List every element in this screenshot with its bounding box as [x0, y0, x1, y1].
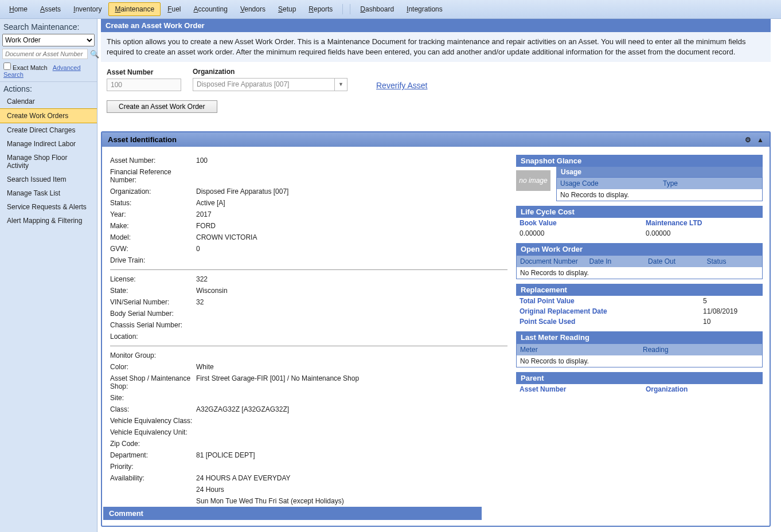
- action-manage-indirect-labor[interactable]: Manage Indirect Labor: [0, 137, 97, 151]
- search-type-select[interactable]: Work Order: [2, 34, 95, 46]
- reverify-asset-link[interactable]: Reverify Asset: [376, 81, 427, 90]
- field-row: Organization:Disposed Fire Apparatus [00…: [110, 186, 507, 197]
- field-row: Zip Code:: [110, 438, 507, 449]
- action-calendar[interactable]: Calendar: [0, 95, 97, 108]
- exact-match-label: Exact Match: [13, 64, 48, 71]
- field-row: Drive Train:: [110, 255, 507, 266]
- field-row: Asset Shop / Maintenance Shop:First Stre…: [110, 373, 507, 392]
- create-wo-description: This option allows you to create a new A…: [101, 32, 771, 62]
- exact-match-checkbox[interactable]: [3, 62, 11, 70]
- field-row: License:322: [110, 273, 507, 285]
- menu-accounting[interactable]: Accounting: [188, 3, 233, 15]
- field-row: Chassis Serial Number:: [110, 319, 507, 331]
- asset-details-right: Snapshot Glance no image Usage Usage Cod…: [516, 155, 763, 507]
- chevron-down-icon[interactable]: ▼: [334, 79, 347, 91]
- actions-title: Actions:: [0, 81, 97, 95]
- lifecycle-header: Life Cycle Cost: [516, 206, 763, 218]
- snapshot-glance-header: Snapshot Glance: [516, 155, 763, 167]
- menu-vendors[interactable]: Vendors: [235, 3, 271, 15]
- search-maintenance-title: Search Maintenance:: [0, 21, 97, 34]
- organization-combo[interactable]: Disposed Fire Apparatus [007] ▼: [193, 78, 347, 91]
- comment-header: Comment: [103, 507, 482, 520]
- field-row: Year:2017: [110, 209, 507, 220]
- field-row: State:Wisconsin: [110, 285, 507, 296]
- action-manage-task-list[interactable]: Manage Task List: [0, 186, 97, 200]
- action-manage-shop-floor-activity[interactable]: Manage Shop Floor Activity: [0, 151, 97, 173]
- no-image-placeholder: no image: [516, 170, 550, 191]
- menu-maintenance[interactable]: Maintenance: [108, 2, 161, 16]
- field-row: Class:A32GZAG32Z [A32GZAG32Z]: [110, 404, 507, 415]
- menu-dashboard[interactable]: Dashboard: [354, 3, 400, 15]
- field-row: 24 Hours: [110, 484, 507, 495]
- organization-label: Organization: [193, 68, 347, 76]
- meter-empty: No Records to display.: [517, 355, 762, 367]
- top-menubar: HomeAssetsInventoryMaintenanceFuelAccoun…: [0, 0, 781, 19]
- field-row: Color:White: [110, 361, 507, 373]
- field-row: Vehicle Equivalency Class:: [110, 415, 507, 427]
- doc-asset-input[interactable]: [2, 49, 88, 59]
- action-service-requests-alerts[interactable]: Service Requests & Alerts: [0, 200, 97, 214]
- field-row: Department:81 [POLICE DEPT]: [110, 449, 507, 461]
- replacement-header: Replacement: [516, 284, 763, 296]
- collapse-icon[interactable]: ▲: [757, 136, 764, 144]
- content-area: Create an Asset Work Order This option a…: [97, 19, 781, 532]
- asset-number-input[interactable]: [107, 79, 181, 91]
- asset-identification-section: Asset Identification ⚙ ▲ Asset Number:10…: [101, 131, 771, 527]
- action-alert-mapping-filtering[interactable]: Alert Mapping & Filtering: [0, 214, 97, 228]
- menu-fuel[interactable]: Fuel: [162, 3, 186, 15]
- menu-home[interactable]: Home: [3, 3, 33, 15]
- menu-reports[interactable]: Reports: [303, 3, 338, 15]
- gear-icon[interactable]: ⚙: [745, 136, 751, 144]
- menu-setup[interactable]: Setup: [272, 3, 302, 15]
- usage-header: Usage: [556, 167, 763, 177]
- sidebar: Search Maintenance: Work Order 🔍 Exact M…: [0, 19, 97, 532]
- field-row: VIN/Serial Number:32: [110, 296, 507, 308]
- organization-value: Disposed Fire Apparatus [007]: [197, 80, 289, 88]
- parent-header: Parent: [516, 372, 763, 384]
- action-create-direct-charges[interactable]: Create Direct Charges: [0, 123, 97, 137]
- field-row: Sun Mon Tue Wed Thu Fri Sat (except Holi…: [110, 495, 507, 507]
- asset-number-label: Asset Number: [107, 68, 181, 76]
- field-row: Status:Active [A]: [110, 197, 507, 209]
- action-create-work-orders[interactable]: Create Work Orders: [0, 108, 97, 123]
- field-row: Site:: [110, 392, 507, 404]
- create-asset-wo-button[interactable]: Create an Asset Work Order: [107, 100, 217, 113]
- create-wo-header: Create an Asset Work Order: [101, 19, 771, 32]
- menu-integrations[interactable]: Integrations: [401, 3, 448, 15]
- field-row: Priority:: [110, 461, 507, 472]
- field-row: Body Serial Number:: [110, 308, 507, 319]
- field-row: Model:CROWN VICTORIA: [110, 232, 507, 243]
- field-row: Asset Number:100: [110, 155, 507, 166]
- asset-identification-title: Asset Identification: [108, 135, 177, 144]
- field-row: Financial Reference Number:: [110, 166, 507, 186]
- field-row: Make:FORD: [110, 220, 507, 232]
- menu-inventory[interactable]: Inventory: [68, 3, 107, 15]
- field-row: Monitor Group:: [110, 350, 507, 361]
- field-row: Vehicle Equivalency Unit:: [110, 427, 507, 438]
- meter-header: Last Meter Reading: [516, 331, 763, 343]
- menu-assets[interactable]: Assets: [34, 3, 67, 15]
- field-row: Location:: [110, 331, 507, 342]
- field-row: GVW:0: [110, 243, 507, 255]
- action-search-issued-item[interactable]: Search Issued Item: [0, 173, 97, 186]
- openwo-header: Open Work Order: [516, 243, 763, 255]
- usage-empty: No Records to display.: [557, 189, 762, 201]
- asset-details-left: Asset Number:100Financial Reference Numb…: [110, 155, 507, 507]
- field-row: Availability:24 HOURS A DAY EVERYDAY: [110, 472, 507, 484]
- openwo-empty: No Records to display.: [517, 267, 762, 279]
